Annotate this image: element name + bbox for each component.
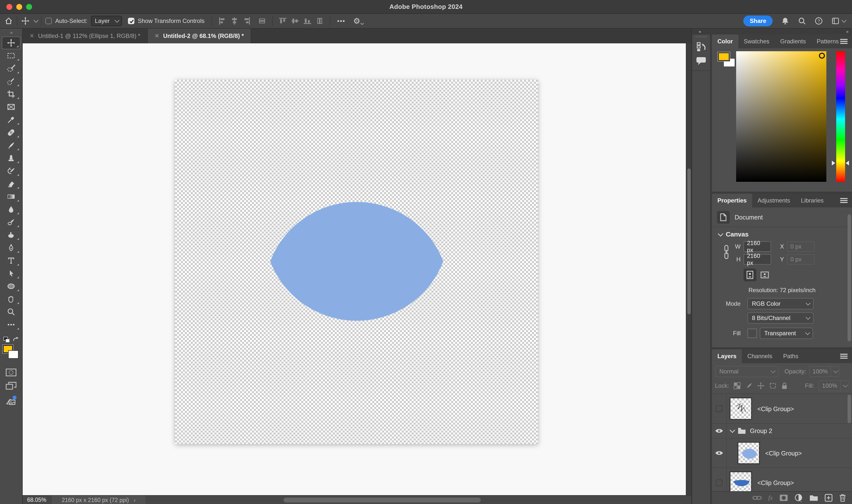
close-tab-icon[interactable]: ✕	[155, 33, 159, 39]
hue-slider-arrow-right[interactable]	[846, 161, 849, 165]
eyedropper-tool[interactable]	[2, 113, 20, 126]
x-input[interactable]: 0 px	[787, 241, 815, 252]
blur-tool[interactable]	[2, 203, 20, 216]
collapse-dock-chevrons[interactable]: «	[699, 29, 701, 34]
new-adjustment-layer-icon[interactable]	[795, 494, 803, 502]
color-picker-ring[interactable]	[819, 53, 825, 59]
layer-fill-field[interactable]: 100%	[819, 380, 849, 391]
share-button[interactable]: Share	[743, 16, 772, 26]
vertical-scrollbar-thumb[interactable]	[687, 168, 691, 314]
tab-swatches[interactable]: Swatches	[738, 35, 775, 48]
layer-thumbnail[interactable]	[730, 398, 752, 420]
align-center-horizontal-icon[interactable]	[230, 17, 239, 25]
rectangular-marquee-tool[interactable]	[2, 49, 20, 62]
background-color-swatch[interactable]	[8, 350, 18, 359]
swap-colors-icon[interactable]	[13, 337, 19, 343]
lock-all-icon[interactable]	[781, 382, 788, 390]
layer-row-clip-group-3[interactable]: <Clip Group>	[712, 468, 852, 491]
more-options-button[interactable]: •••	[337, 17, 345, 25]
layer-thumbnail[interactable]	[737, 442, 760, 464]
hue-slider-arrow-left[interactable]	[832, 161, 835, 165]
layer-row-clip-group-2[interactable]: <Clip Group>	[712, 438, 852, 468]
eraser-tool[interactable]	[2, 177, 20, 190]
align-bottom-icon[interactable]	[303, 17, 312, 25]
layer-thumbnail[interactable]	[730, 471, 752, 491]
document-tab-untitled-1[interactable]: ✕ Untitled-1 @ 112% (Ellipse 1, RGB/8) *	[23, 29, 148, 43]
new-group-icon[interactable]	[810, 494, 818, 501]
visibility-toggle-off[interactable]	[716, 405, 723, 412]
generative-ai-badge-icon[interactable]	[5, 396, 17, 406]
ellipse-shape-tool[interactable]	[2, 280, 20, 293]
panel-menu-icon[interactable]	[840, 198, 848, 203]
layer-row-group-2[interactable]: Group 2	[712, 424, 852, 438]
saturation-brightness-field[interactable]	[736, 51, 827, 182]
lock-transparency-icon[interactable]	[733, 382, 741, 390]
layer-effects-icon[interactable]: fx	[768, 494, 773, 502]
blend-mode-dropdown[interactable]: Normal	[715, 366, 779, 377]
delete-layer-trash-icon[interactable]	[839, 494, 846, 502]
distribute-vertical-icon[interactable]	[316, 17, 324, 25]
tab-adjustments[interactable]: Adjustments	[752, 194, 796, 208]
canvas-vertical-scrollbar[interactable]	[686, 43, 691, 495]
document-artboard-transparent[interactable]	[175, 80, 538, 444]
layer-row-clip-group-1[interactable]: <Clip Group>	[712, 394, 852, 424]
quick-selection-tool[interactable]	[2, 75, 20, 88]
path-selection-tool[interactable]	[2, 267, 20, 280]
edit-toolbar-button[interactable]	[2, 318, 20, 331]
lock-pixels-icon[interactable]	[745, 382, 753, 390]
hue-slider[interactable]	[836, 51, 845, 182]
align-top-icon[interactable]	[279, 17, 287, 25]
tab-channels[interactable]: Channels	[742, 349, 778, 363]
tab-color[interactable]: Color	[712, 35, 738, 48]
tab-paths[interactable]: Paths	[778, 349, 804, 363]
visibility-eye-icon[interactable]	[715, 450, 723, 456]
quick-mask-mode-button[interactable]	[6, 368, 17, 376]
screen-mode-button[interactable]	[6, 382, 17, 390]
properties-scrollbar[interactable]	[848, 214, 851, 341]
group-expand-chevron[interactable]	[730, 427, 735, 433]
collapse-panels-chevrons[interactable]: »	[846, 29, 848, 34]
orientation-portrait-button[interactable]	[744, 269, 757, 281]
align-right-icon[interactable]	[243, 17, 251, 25]
visibility-eye-icon[interactable]	[715, 428, 723, 434]
panel-foreground-swatch[interactable]	[718, 52, 730, 61]
panel-menu-icon[interactable]	[840, 354, 848, 359]
tab-gradients[interactable]: Gradients	[775, 35, 811, 48]
search-icon[interactable]	[798, 17, 806, 25]
default-colors-icon[interactable]	[3, 337, 10, 343]
move-tool[interactable]	[2, 36, 20, 49]
home-button[interactable]	[0, 17, 13, 25]
fill-color-swatch[interactable]	[747, 329, 757, 338]
history-panel-icon[interactable]	[696, 42, 707, 52]
pen-tool[interactable]	[2, 241, 20, 254]
link-dimensions-icon[interactable]	[723, 244, 730, 261]
brush-tool[interactable]	[2, 139, 20, 152]
mode-dropdown[interactable]: RGB Color	[747, 298, 814, 309]
link-layers-icon[interactable]	[752, 495, 762, 501]
smudge-tool[interactable]	[2, 229, 20, 241]
visibility-toggle-off[interactable]	[716, 479, 723, 486]
add-layer-mask-icon[interactable]	[779, 494, 788, 502]
lock-artboard-icon[interactable]	[769, 382, 777, 390]
panel-menu-icon[interactable]	[840, 39, 848, 44]
spot-healing-brush-tool[interactable]	[2, 126, 20, 139]
tab-libraries[interactable]: Libraries	[796, 194, 829, 208]
document-info[interactable]: 2160 px x 2160 px (72 ppi) ›	[52, 496, 145, 504]
clone-stamp-tool[interactable]	[2, 152, 20, 165]
layers-scrollbar-thumb[interactable]	[848, 395, 851, 423]
distribute-horizontal-icon[interactable]	[258, 17, 266, 25]
new-layer-icon[interactable]	[824, 494, 833, 502]
height-input[interactable]: 2160 px	[744, 254, 771, 265]
auto-select-target-dropdown[interactable]: Layer	[91, 16, 122, 26]
zoom-level[interactable]: 68.05%	[27, 497, 46, 503]
bit-depth-dropdown[interactable]: 8 Bits/Channel	[747, 312, 814, 324]
dock-grip[interactable]	[696, 36, 707, 37]
blue-lens-shape[interactable]	[270, 202, 443, 321]
crop-tool[interactable]	[2, 88, 20, 101]
opacity-field[interactable]: 100%	[809, 366, 839, 377]
hand-tool[interactable]	[2, 293, 20, 305]
move-tool-preset[interactable]	[21, 17, 37, 25]
zoom-tool[interactable]	[2, 305, 20, 318]
properties-scrollbar-thumb[interactable]	[848, 214, 851, 341]
align-left-icon[interactable]	[218, 17, 226, 25]
